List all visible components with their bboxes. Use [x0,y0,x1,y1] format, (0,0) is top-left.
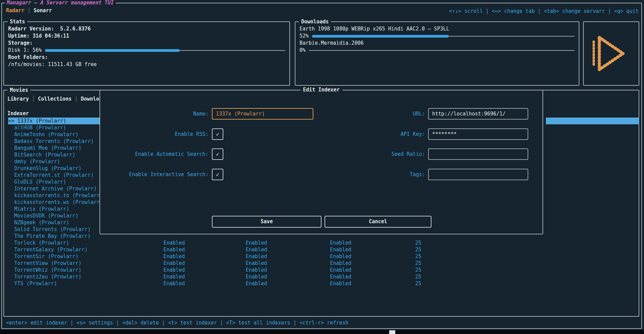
app-title: Managarr – A Servarr management TUI [5,0,116,6]
tab-collections[interactable]: Collections [38,96,71,102]
download-percent: 0% [299,47,306,54]
url-label: URL: [317,108,425,120]
indexer-priority: 25 [397,273,421,280]
downloads-panel-title: Downloads [299,18,331,25]
tab-separator: │ [24,7,34,14]
download-progress-row: 0% [299,47,575,54]
tab-separator: │ [72,96,81,102]
indexer-priority: 25 [397,280,421,287]
stats-content: Radarr Version: 5.2.6.8376 Uptime: 31d 0… [8,25,285,68]
indexer-status-enabled: Enabled [330,253,351,260]
indexer-row[interactable]: YTS (Prowlarr)EnabledEnabledEnabled25 [8,280,636,287]
storage-heading: Storage: [8,40,285,47]
indexer-status-enabled: Enabled [330,280,351,287]
indexer-name: The Pirate Bay (Prowlarr) [8,233,102,239]
indexer-status-enabled: Enabled [163,246,185,253]
indexer-row[interactable]: TorrentWhiz (Prowlarr)EnabledEnabledEnab… [8,267,636,273]
progress-track [309,50,575,51]
indexer-status-enabled: Enabled [246,260,267,267]
indexer-row[interactable]: TorrentView (Prowlarr)EnabledEnabledEnab… [8,260,636,267]
progress-fill [312,35,448,38]
indexer-row[interactable]: Torrentz2eu (Prowlarr)EnabledEnabledEnab… [8,273,636,280]
cancel-button[interactable]: Cancel [325,216,431,228]
bottom-keybindings: <enter> edit indexer | <s> settings | <d… [6,320,348,326]
tab-sonarr[interactable]: Sonarr [34,7,52,14]
indexer-name: Badass Torrents (Prowlarr) [8,138,102,145]
api-key-label: API Key: [317,128,425,140]
url-input[interactable]: http://localhost:9696/1/ [428,108,528,120]
indexer-name: Miatrix (Prowlarr) [8,206,102,212]
indexer-status-enabled: Enabled [330,260,351,267]
indexer-name: Torrentz2eu (Prowlarr) [8,273,102,280]
background-artifact [389,330,395,334]
indexer-status-enabled: Enabled [330,246,351,253]
enable-automatic-search-checkbox[interactable]: ✓ [212,148,223,160]
indexer-priority: 25 [397,239,421,246]
logo-panel [583,21,639,86]
terminal-screen: Managarr – A Servarr management TUI Rada… [0,0,644,334]
uptime: Uptime: 31d 04:36:11 [8,33,285,40]
tags-input[interactable] [428,169,528,180]
indexer-name: GloDLS (Prowlarr) [8,179,102,185]
indexer-name: altHUB (Prowlarr) [8,124,102,131]
indexer-name: => 1337x (Prowlarr) [8,118,102,124]
seed-ratio-input[interactable] [428,148,528,160]
indexer-name: kickasstorrents.to (Prowlarr) [8,192,102,199]
download-item-title: Barbie.Mermaidia.2006 [299,40,575,47]
indexer-status-enabled: Enabled [246,246,267,253]
tags-label: Tags: [317,169,425,180]
download-progress-row: 52% [299,33,575,40]
indexer-name: BitSearch (Prowlarr) [8,151,102,158]
movies-panel-title: Movies [7,87,30,93]
indexer-name: YTS (Prowlarr) [8,280,102,287]
desktop-strip [0,330,644,334]
enable-rss-label: Enable RSS: [100,128,208,140]
radarr-version: Radarr Version: 5.2.6.8376 [8,25,285,33]
save-button[interactable]: Save [212,216,321,228]
downloads-panel: Downloads Earth 1998 1080p WEBRip x265 H… [295,21,579,86]
indexer-status-enabled: Enabled [163,260,185,267]
indexer-name: Internet Archive (Prowlarr) [8,185,102,192]
indexer-status-enabled: Enabled [163,239,185,246]
indexer-status-enabled: Enabled [246,273,267,280]
indexer-name: NZBgeek (Prowlarr) [8,219,102,226]
download-progress-bar [309,47,575,54]
name-label: Name: [100,108,208,120]
indexer-name: Torlock (Prowlarr) [8,239,102,246]
enable-interactive-search-label: Enable Interactive Search: [100,169,208,180]
tab-radarr[interactable]: Radarr [6,7,24,14]
tab-library[interactable]: Library [7,96,29,102]
indexer-name: Bangumi Moe (Prowlarr) [8,145,102,151]
indexer-name: TorrentView (Prowlarr) [8,260,102,267]
download-percent: 52% [299,33,309,40]
indexer-priority: 25 [397,260,421,267]
api-key-input[interactable]: ******** [428,128,528,140]
indexer-name: ExtraTorrent.st (Prowlarr) [8,172,102,179]
enable-rss-checkbox[interactable]: ✓ [212,128,223,140]
movies-tab-bar: Library │ Collections │ Downloads [7,96,108,102]
seed-ratio-label: Seed Ratio: [317,148,425,160]
indexer-status-enabled: Enabled [246,253,267,260]
indexer-name: AnimeTosho (Prowlarr) [8,131,102,138]
indexer-row[interactable]: TorrentSir (Prowlarr)EnabledEnabledEnabl… [8,253,636,260]
disk-usage-bar [45,47,285,54]
stats-panel-title: Stats [7,18,27,25]
enable-automatic-search-label: Enable Automatic Search: [100,148,208,160]
indexer-row[interactable]: TorrentGalaxy (Prowlarr)EnabledEnabledEn… [8,246,636,253]
indexer-priority: 25 [397,267,421,273]
indexer-status-enabled: Enabled [163,280,185,287]
indexer-name: Solid Torrents (Prowlarr) [8,226,102,233]
indexer-status-enabled: Enabled [246,280,267,287]
indexer-priority: 25 [397,253,421,260]
indexer-status-enabled: Enabled [163,267,185,273]
enable-interactive-search-checkbox[interactable]: ✓ [212,169,223,180]
indexer-name: TorrentGalaxy (Prowlarr) [8,246,102,253]
indexer-column-header: Indexer [7,110,29,117]
top-keybindings: <↑↓> scroll | <↔> change tab | <tab> cha… [449,8,639,14]
indexer-name: dmhy (Prowlarr) [8,158,102,165]
indexer-name: TorrentSir (Prowlarr) [8,253,102,260]
progress-fill [45,49,179,52]
indexer-row[interactable]: Torlock (Prowlarr)EnabledEnabledEnabled2… [8,239,636,246]
selected-row-highlight-right [546,118,639,124]
name-input[interactable]: 1337x (Prowlarr) [212,108,313,120]
